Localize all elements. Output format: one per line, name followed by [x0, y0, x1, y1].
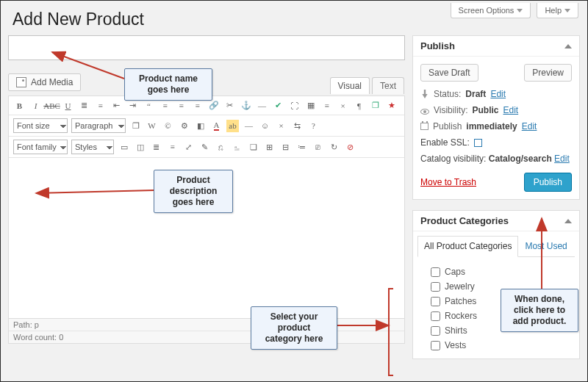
toolbar-icon[interactable]: ⤢: [182, 141, 195, 154]
link-button[interactable]: 🔗: [207, 99, 220, 112]
category-checkbox[interactable]: [431, 297, 440, 306]
strike-button[interactable]: ABC: [46, 99, 58, 112]
font-family-select[interactable]: Font family: [13, 140, 68, 154]
visibility-edit-link[interactable]: Edit: [503, 105, 518, 115]
toolbar-icon[interactable]: ⚙: [178, 120, 190, 132]
emoji-button[interactable]: ☺: [259, 120, 271, 132]
toolbar-icon[interactable]: ◫: [134, 141, 146, 154]
toolbar-icon[interactable]: ×: [337, 99, 349, 112]
schedule-edit-link[interactable]: Edit: [522, 121, 537, 131]
toolbar-icon[interactable]: ⎚: [312, 141, 324, 154]
align-center-button[interactable]: ≡: [175, 99, 187, 112]
toolbar-icon[interactable]: ❐: [369, 99, 381, 112]
table-button[interactable]: ▦: [304, 99, 317, 112]
catalog-edit-link[interactable]: Edit: [554, 154, 570, 164]
ssl-checkbox[interactable]: [474, 139, 482, 147]
toolbar-icon[interactable]: ×: [275, 120, 287, 132]
pilcrow-button[interactable]: ¶: [353, 99, 365, 112]
numbers-button[interactable]: ≡: [94, 99, 107, 112]
toolbar-icon[interactable]: ≣: [150, 141, 162, 154]
toolbar-icon[interactable]: ≔: [295, 141, 308, 154]
toolbar-icon[interactable]: ⇆: [291, 120, 304, 132]
tab-most-used[interactable]: Most Used: [518, 236, 573, 256]
move-to-trash-link[interactable]: Move to Trash: [420, 177, 476, 187]
toolbar-icon[interactable]: ⊟: [279, 141, 292, 154]
tab-text[interactable]: Text: [372, 77, 404, 94]
editor-status: Path: p Word count: 0: [8, 319, 405, 344]
align-left-button[interactable]: ≡: [159, 99, 171, 112]
toolbar-icon[interactable]: W: [146, 120, 158, 132]
ssl-label: Enable SSL:: [420, 137, 470, 148]
tab-visual[interactable]: Visual: [330, 77, 370, 94]
category-item[interactable]: Caps: [431, 264, 569, 279]
help-tab[interactable]: Help: [537, 3, 578, 18]
publish-title: Publish: [420, 40, 455, 51]
bold-button[interactable]: B: [13, 99, 26, 112]
status-label: Status:: [434, 89, 461, 99]
toolbar-icon[interactable]: ⎌: [215, 141, 227, 154]
hr-button[interactable]: —: [243, 120, 255, 132]
toolbar-icon[interactable]: ©: [162, 120, 174, 132]
bullets-button[interactable]: ≣: [78, 99, 90, 112]
help-label: Help: [545, 6, 562, 15]
category-label: Jewelry: [445, 281, 475, 292]
toolbar-icon[interactable]: ≡: [320, 99, 333, 112]
category-checkbox[interactable]: [431, 326, 440, 336]
preview-button[interactable]: Preview: [524, 64, 572, 82]
fullscreen-button[interactable]: ⛶: [288, 99, 301, 112]
toolbar-icon[interactable]: ★: [385, 99, 398, 112]
publish-button[interactable]: Publish: [524, 173, 572, 192]
status-edit-link[interactable]: Edit: [490, 89, 506, 99]
underline-button[interactable]: U: [62, 99, 74, 112]
toolbar-icon[interactable]: ❐: [129, 120, 142, 132]
screen-options-label: Screen Options: [459, 6, 514, 15]
bg-color-button[interactable]: ab: [226, 120, 239, 132]
chevron-down-icon: [564, 9, 570, 12]
toolbar-icon[interactable]: ≡: [166, 141, 179, 154]
text-color-button[interactable]: A: [210, 120, 223, 132]
indent-button[interactable]: ⇥: [126, 99, 139, 112]
publish-box: Publish Save Draft Preview Status: Draft…: [412, 35, 580, 200]
spellcheck-button[interactable]: ✔: [272, 99, 284, 112]
category-label: Shirts: [445, 325, 467, 336]
category-item[interactable]: Vests: [431, 338, 569, 353]
toolbar-icon[interactable]: ⊞: [263, 141, 276, 154]
help-button[interactable]: ?: [307, 120, 320, 132]
toolbar-icon[interactable]: ✎: [198, 141, 211, 154]
category-checkbox[interactable]: [431, 282, 440, 292]
tab-all-categories[interactable]: All Product Categories: [417, 236, 518, 257]
toolbar-icon[interactable]: ▭: [118, 141, 130, 154]
unlink-button[interactable]: ✂: [223, 99, 236, 112]
visibility-value: Public: [472, 105, 498, 115]
paragraph-select[interactable]: Paragraph: [71, 118, 126, 133]
anchor-button[interactable]: ⚓: [240, 99, 252, 112]
add-media-button[interactable]: Add Media: [8, 73, 81, 91]
status-value: Draft: [465, 89, 486, 99]
category-checkbox[interactable]: [431, 341, 440, 350]
toolbar-icon[interactable]: ↻: [328, 141, 340, 154]
italic-button[interactable]: I: [29, 99, 42, 112]
toolbar-icon[interactable]: ⎁: [231, 141, 243, 154]
collapse-icon[interactable]: [564, 44, 572, 48]
category-checkbox[interactable]: [431, 267, 440, 277]
product-title-input[interactable]: [8, 35, 405, 60]
font-size-select[interactable]: Font size: [13, 118, 68, 133]
quote-button[interactable]: “: [143, 99, 155, 112]
screen-options-tab[interactable]: Screen Options: [451, 3, 531, 18]
publish-on-value: immediately: [466, 121, 517, 131]
categories-box: Product Categories All Product Categorie…: [412, 210, 580, 359]
pin-icon: [420, 90, 429, 98]
categories-title: Product Categories: [420, 215, 509, 226]
toolbar-icon[interactable]: ◧: [194, 120, 207, 132]
category-checkbox[interactable]: [431, 311, 440, 321]
save-draft-button[interactable]: Save Draft: [420, 64, 478, 82]
toolbar-icon[interactable]: ⊘: [344, 141, 356, 154]
toolbar-row-2: Font size Paragraph ❐ W © ⚙ ◧ A ab — ☺ ×…: [9, 115, 404, 137]
styles-select[interactable]: Styles: [71, 140, 114, 154]
category-label: Caps: [445, 267, 465, 277]
toolbar-icon[interactable]: ❏: [247, 141, 259, 154]
more-button[interactable]: —: [256, 99, 268, 112]
outdent-button[interactable]: ⇤: [110, 99, 123, 112]
align-right-button[interactable]: ≡: [191, 99, 204, 112]
collapse-icon[interactable]: [564, 219, 572, 223]
